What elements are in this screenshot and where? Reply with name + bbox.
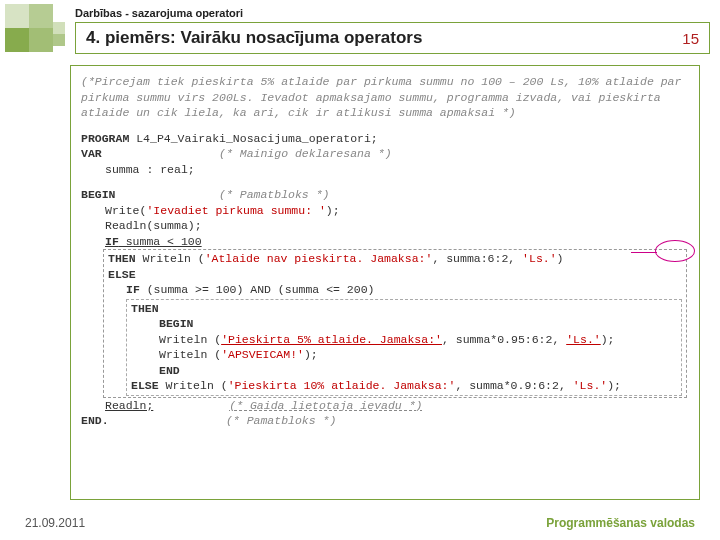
breadcrumb: Darbības - sazarojuma operatori: [75, 7, 243, 19]
footer-date: 21.09.2011: [25, 516, 85, 530]
annotation-arrow: [631, 252, 657, 253]
page-number: 15: [682, 30, 699, 47]
else-keyword: ELSE: [108, 268, 136, 281]
write-prompt: Write('Ievadiet pirkuma summu: ');: [81, 203, 689, 219]
slide-footer: 21.09.2011 Programmēšanas valodas: [25, 516, 695, 530]
code-content: (*Pircejam tiek pieskirta 5% atlaide par…: [70, 65, 700, 500]
outer-dashed-box: THEN Writeln ('Atlaide nav pieskirta. Ja…: [103, 249, 687, 398]
footer-course: Programmēšanas valodas: [546, 516, 695, 530]
writeln-congrats: Writeln ('APSVEICAM!');: [131, 347, 679, 363]
slide-title: 4. piemērs: Vairāku nosacījuma operators: [86, 28, 422, 48]
title-bar: 4. piemērs: Vairāku nosacījuma operators…: [75, 22, 710, 54]
end-keyword: END.: [81, 414, 109, 427]
program-declaration: PROGRAM L4_P4_Vairaki_Nosacijuma_operato…: [81, 131, 689, 178]
var-decl: summa : real;: [81, 163, 195, 176]
writeln-5pct: Writeln ('Pieskirta 5% atlaide. Jamaksa:…: [131, 332, 679, 348]
main-block: BEGIN (* Pamatbloks *) Write('Ievadiet p…: [81, 187, 689, 429]
readln-summa: Readln(summa);: [81, 218, 689, 234]
readln-wait: Readln; (* Gaida lietotaja ievadu *): [81, 398, 689, 414]
else-10pct: ELSE Writeln ('Pieskirta 10% atlaide. Ja…: [131, 378, 679, 394]
task-description: (*Pircejam tiek pieskirta 5% atlaide par…: [81, 74, 689, 121]
nested-if: IF (summa >= 100) AND (summa <= 200): [108, 282, 684, 298]
if-line: IF summa < 100: [81, 234, 689, 250]
annotation-circle: [655, 240, 695, 262]
begin-keyword: BEGIN: [81, 188, 116, 201]
program-keyword: PROGRAM: [81, 132, 129, 145]
inner-dashed-box: THEN BEGIN Writeln ('Pieskirta 5% atlaid…: [126, 299, 682, 396]
then-branch: THEN Writeln ('Atlaide nav pieskirta. Ja…: [108, 251, 684, 267]
var-keyword: VAR: [81, 147, 102, 160]
